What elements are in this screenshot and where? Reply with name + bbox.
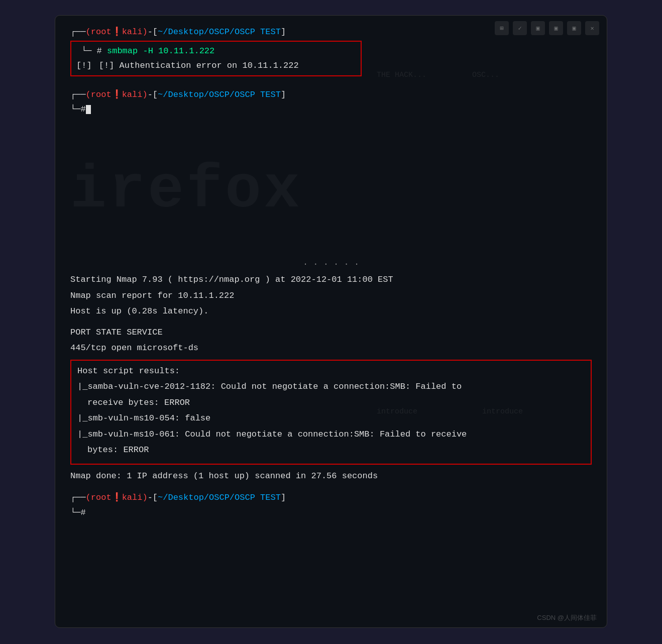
nmap-done-line: Nmap done: 1 IP address (1 host up) scan…	[70, 470, 592, 483]
warn-bracket-close: ]	[86, 61, 91, 70]
script-line-3b: bytes: ERROR	[77, 444, 585, 457]
auth-error-line: [!] [!] Authentication error on 10.11.1.…	[76, 59, 356, 72]
watermark-area	[70, 117, 592, 238]
script-line-1b: receive bytes: ERROR	[77, 396, 585, 409]
corner-branch-2: └─	[70, 103, 80, 116]
host-text-2: kali)	[122, 90, 148, 99]
prompt-line-3: ┌── (root❗kali)-[~/Desktop/OSCP/OSCP TES…	[70, 491, 592, 504]
script-line-1: |_samba-vuln-cve-2012-1182: Could not ne…	[77, 380, 585, 393]
bracket-close-2: ]	[281, 90, 286, 99]
skull-icon-1: ❗	[112, 27, 122, 37]
dash-1: -[	[148, 27, 158, 37]
dash-2: -[	[148, 90, 158, 99]
third-command-line: └─ #	[70, 506, 592, 519]
hash-prompt-1: #	[97, 46, 107, 56]
warn-bracket: [!	[76, 61, 86, 70]
script-line-3: |_smb-vuln-ms10-061: Could not negotiate…	[77, 428, 585, 441]
prompt-line-2: ┌── (root❗kali)-[~/Desktop/OSCP/OSCP TES…	[70, 88, 592, 101]
footer-watermark: CSDN @人间体佳菲	[537, 613, 597, 622]
highlight-block-top: └─ # smbmap -H 10.11.1.222 [!] [!] Authe…	[70, 41, 362, 76]
corner-bracket-3: ┌──	[70, 491, 86, 504]
host-text-3: kali)	[122, 493, 148, 502]
hash-prompt-2: #	[80, 103, 85, 116]
prompt-3: (root❗kali)-[~/Desktop/OSCP/OSCP TEST]	[86, 491, 286, 504]
port-header: PORT STATE SERVICE	[70, 326, 592, 339]
smbmap-command-line: └─ # smbmap -H 10.11.1.222	[76, 45, 356, 58]
dash-3: -[	[148, 493, 158, 502]
dots-line: · · · · · ·	[70, 258, 592, 271]
hash-prompt-3: #	[80, 506, 85, 519]
second-command-line: └─ #	[70, 103, 592, 116]
path-2: ~/Desktop/OSCP/OSCP TEST	[158, 90, 281, 99]
corner-bracket-2: ┌──	[70, 88, 86, 101]
terminal-content: ┌── (root❗kali)-[~/Desktop/OSCP/OSCP TES…	[55, 16, 607, 530]
prompt-1: (root❗kali)-[~/Desktop/OSCP/OSCP TEST]	[86, 26, 286, 39]
smbmap-command: smbmap -H 10.11.1.222	[107, 46, 214, 56]
auth-error-text: [!] Authentication error on 10.11.1.222	[97, 61, 299, 70]
spacer-2	[70, 486, 592, 491]
port-line: 445/tcp open microsoft-ds	[70, 342, 592, 355]
script-line-2: |_smb-vuln-ms10-054: false	[77, 412, 585, 425]
skull-icon-2: ❗	[112, 90, 122, 99]
corner-branch-1: └─	[81, 46, 91, 56]
bracket-close-3: ]	[281, 493, 286, 502]
user-text-3: (root	[86, 493, 112, 502]
bracket-close-1: ]	[281, 27, 286, 37]
corner-bracket-1: ┌──	[70, 26, 86, 39]
terminal-window: ⊞ ✓ ▣ ▣ ▣ ✕ irefox THE HACK... OSC... in…	[55, 15, 607, 628]
prompt-line-1: ┌── (root❗kali)-[~/Desktop/OSCP/OSCP TES…	[70, 26, 592, 39]
path-3: ~/Desktop/OSCP/OSCP TEST	[158, 493, 281, 502]
nmap-start-line: Starting Nmap 7.93 ( https://nmap.org ) …	[70, 273, 592, 286]
cursor	[86, 105, 91, 114]
spacer-1	[70, 78, 592, 88]
nmap-scan-report: Nmap scan report for 10.11.1.222	[70, 289, 592, 302]
path-1: ~/Desktop/OSCP/OSCP TEST	[158, 27, 281, 37]
corner-branch-3: └─	[70, 506, 80, 519]
script-results-label: Host script results:	[77, 365, 585, 378]
script-results-block: Host script results: |_samba-vuln-cve-20…	[70, 360, 592, 465]
user-text-1: (root	[86, 27, 112, 37]
nmap-host-up: Host is up (0.28s latency).	[70, 305, 592, 318]
host-text-1: kali)	[122, 27, 148, 37]
prompt-2: (root❗kali)-[~/Desktop/OSCP/OSCP TEST]	[86, 88, 286, 101]
skull-icon-3: ❗	[112, 493, 122, 502]
ellipsis: · · · · · ·	[70, 258, 592, 271]
nmap-output-section: · · · · · · Starting Nmap 7.93 ( https:/…	[70, 258, 592, 483]
user-text-2: (root	[86, 90, 112, 99]
